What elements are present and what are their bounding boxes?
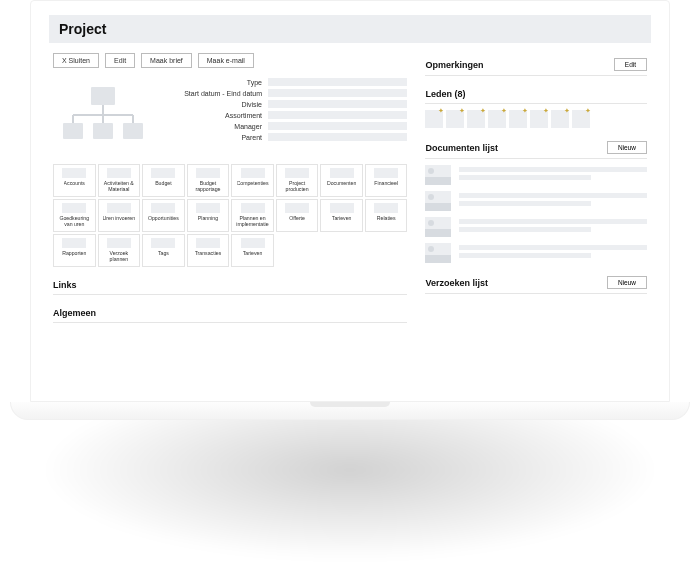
tab-9[interactable]: Uren invoeren bbox=[98, 199, 141, 232]
section-requests: Verzoeken lijst Nieuw bbox=[425, 271, 647, 294]
requests-new-button[interactable]: Nieuw bbox=[607, 276, 647, 289]
field-label-type: Type bbox=[167, 79, 262, 86]
tab-4[interactable]: Competenties bbox=[231, 164, 274, 197]
tab-label: Verzoek plannen bbox=[101, 251, 138, 263]
tab-swatch bbox=[62, 168, 86, 178]
member-avatar[interactable] bbox=[530, 110, 548, 128]
field-label-assortment: Assortiment bbox=[167, 112, 262, 119]
field-value-assortment bbox=[268, 111, 407, 119]
tab-1[interactable]: Activiteiten & Materiaal bbox=[98, 164, 141, 197]
section-links-label: Links bbox=[53, 280, 77, 290]
tab-13[interactable]: Offerte bbox=[276, 199, 319, 232]
screen: Project X Sluiten Edit Maak brief Maak e… bbox=[30, 0, 670, 402]
section-documents: Documenten lijst Nieuw bbox=[425, 136, 647, 159]
section-general-label: Algemeen bbox=[53, 308, 96, 318]
member-avatar[interactable] bbox=[509, 110, 527, 128]
image-icon bbox=[425, 217, 451, 237]
document-row[interactable] bbox=[425, 243, 647, 263]
documents-list bbox=[425, 165, 647, 263]
tab-swatch bbox=[151, 238, 175, 248]
tab-swatch bbox=[196, 203, 220, 213]
tab-15[interactable]: Relaties bbox=[365, 199, 408, 232]
make-letter-button[interactable]: Maak brief bbox=[141, 53, 192, 68]
field-value-division bbox=[268, 100, 407, 108]
tab-swatch bbox=[62, 238, 86, 248]
tab-label: Tags bbox=[158, 251, 169, 263]
tab-swatch bbox=[241, 168, 265, 178]
image-icon bbox=[425, 165, 451, 185]
tab-swatch bbox=[285, 203, 309, 213]
image-icon bbox=[425, 243, 451, 263]
tab-16[interactable]: Rapporten bbox=[53, 234, 96, 267]
svg-rect-3 bbox=[123, 123, 143, 139]
tab-label: Budget bbox=[155, 181, 171, 193]
org-chart-icon bbox=[53, 80, 153, 154]
section-general: Algemeen bbox=[53, 303, 407, 323]
section-links: Links bbox=[53, 275, 407, 295]
tab-14[interactable]: Tarieven bbox=[320, 199, 363, 232]
field-label-division: Divisie bbox=[167, 101, 262, 108]
member-avatar[interactable] bbox=[488, 110, 506, 128]
tab-8[interactable]: Goedkeuring van uren bbox=[53, 199, 96, 232]
svg-rect-1 bbox=[63, 123, 83, 139]
close-button[interactable]: X Sluiten bbox=[53, 53, 99, 68]
tab-label: Budget rapportage bbox=[190, 181, 227, 193]
tab-swatch bbox=[241, 203, 265, 213]
tab-label: Project producten bbox=[279, 181, 316, 193]
tab-20[interactable]: Tarieven bbox=[231, 234, 274, 267]
tab-5[interactable]: Project producten bbox=[276, 164, 319, 197]
tab-swatch bbox=[374, 168, 398, 178]
tab-6[interactable]: Documenten bbox=[320, 164, 363, 197]
tab-swatch bbox=[107, 203, 131, 213]
laptop-base bbox=[10, 402, 690, 420]
tab-label: Goedkeuring van uren bbox=[56, 216, 93, 228]
tab-label: Tarieven bbox=[243, 251, 263, 263]
documents-new-button[interactable]: Nieuw bbox=[607, 141, 647, 154]
field-value-type bbox=[268, 78, 407, 86]
section-requests-label: Verzoeken lijst bbox=[425, 278, 488, 288]
svg-rect-2 bbox=[93, 123, 113, 139]
notes-edit-button[interactable]: Edit bbox=[614, 58, 647, 71]
document-row[interactable] bbox=[425, 165, 647, 185]
tab-label: Plannen en implementatie bbox=[234, 216, 271, 228]
page-title: Project bbox=[59, 21, 641, 37]
tab-label: Planning bbox=[198, 216, 218, 228]
tab-19[interactable]: Transacties bbox=[187, 234, 230, 267]
tab-7[interactable]: Financieel bbox=[365, 164, 408, 197]
field-value-manager bbox=[268, 122, 407, 130]
field-value-parent bbox=[268, 133, 407, 141]
tab-2[interactable]: Budget bbox=[142, 164, 185, 197]
tab-swatch bbox=[62, 203, 86, 213]
toolbar: X Sluiten Edit Maak brief Maak e-mail bbox=[53, 53, 407, 68]
make-email-button[interactable]: Maak e-mail bbox=[198, 53, 254, 68]
tab-swatch bbox=[196, 168, 220, 178]
tab-swatch bbox=[107, 168, 131, 178]
field-label-parent: Parent bbox=[167, 134, 262, 141]
document-row[interactable] bbox=[425, 217, 647, 237]
tab-18[interactable]: Tags bbox=[142, 234, 185, 267]
tab-label: Opportunities bbox=[148, 216, 179, 228]
member-avatar[interactable] bbox=[425, 110, 443, 128]
member-avatar[interactable] bbox=[467, 110, 485, 128]
tab-12[interactable]: Plannen en implementatie bbox=[231, 199, 274, 232]
member-avatar[interactable] bbox=[446, 110, 464, 128]
tab-label: Offerte bbox=[289, 216, 305, 228]
document-text bbox=[459, 245, 647, 261]
edit-button[interactable]: Edit bbox=[105, 53, 135, 68]
detail-fields: Type Start datum - Eind datum Divisie As… bbox=[167, 78, 407, 154]
tab-label: Uren invoeren bbox=[103, 216, 136, 228]
tab-swatch bbox=[151, 203, 175, 213]
tab-10[interactable]: Opportunities bbox=[142, 199, 185, 232]
member-avatar[interactable] bbox=[551, 110, 569, 128]
tab-11[interactable]: Planning bbox=[187, 199, 230, 232]
field-label-manager: Manager bbox=[167, 123, 262, 130]
tab-3[interactable]: Budget rapportage bbox=[187, 164, 230, 197]
section-notes-label: Opmerkingen bbox=[425, 60, 483, 70]
tab-label: Financieel bbox=[374, 181, 398, 193]
tab-0[interactable]: Accounts bbox=[53, 164, 96, 197]
document-row[interactable] bbox=[425, 191, 647, 211]
tab-17[interactable]: Verzoek plannen bbox=[98, 234, 141, 267]
member-avatar[interactable] bbox=[572, 110, 590, 128]
section-notes: Opmerkingen Edit bbox=[425, 53, 647, 76]
section-members-label: Leden (8) bbox=[425, 89, 465, 99]
